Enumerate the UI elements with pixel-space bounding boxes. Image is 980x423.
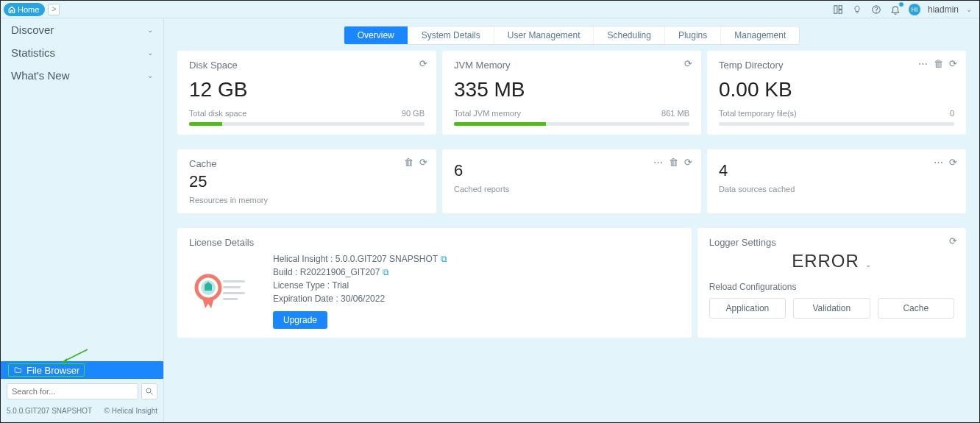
card-cache: Cache 🗑 ⟳ 25 Resources in memory <box>177 149 436 213</box>
license-info: Helical Insight : 5.0.0.GIT207 SNAPSHOT⧉… <box>273 252 447 329</box>
chevron-down-icon: ⌄ <box>865 260 872 269</box>
license-product-line: Helical Insight : 5.0.0.GIT207 SNAPSHOT <box>273 254 438 264</box>
card-sub-right: 0 <box>950 109 954 118</box>
card-title: License Details <box>189 237 680 248</box>
card-sub-right: 861 MB <box>661 109 689 118</box>
card-title: JVM Memory <box>454 60 689 71</box>
sidebar-item-statistics[interactable]: Statistics ⌄ <box>1 41 163 64</box>
card-value: 25 <box>189 172 425 191</box>
card-logger-settings: Logger Settings ⟳ ERROR ⌄ Reload Configu… <box>697 228 966 338</box>
version-label: 5.0.0.GIT207 SNAPSHOT <box>7 407 92 415</box>
main: Overview System Details User Management … <box>164 18 979 422</box>
svg-rect-2 <box>839 10 842 13</box>
card-sub-right: 90 GB <box>402 109 425 118</box>
svg-point-4 <box>876 12 877 13</box>
search-button[interactable] <box>141 383 157 399</box>
tab-overview[interactable]: Overview <box>344 26 408 44</box>
refresh-icon[interactable]: ⟳ <box>684 58 692 69</box>
more-icon[interactable]: ⋯ <box>918 58 928 69</box>
breadcrumb: Home > <box>1 1 60 18</box>
user-menu[interactable]: hiadmin <box>928 4 959 15</box>
temp-progress <box>719 122 954 126</box>
svg-rect-0 <box>834 5 837 13</box>
tab-system-details[interactable]: System Details <box>408 26 494 44</box>
delete-icon[interactable]: 🗑 <box>934 58 943 69</box>
tab-management[interactable]: Management <box>721 26 799 44</box>
tab-plugins[interactable]: Plugins <box>665 26 721 44</box>
help-icon[interactable] <box>870 4 882 15</box>
card-disk-space: Disk Space ⟳ 12 GB Total disk space 90 G… <box>177 51 436 135</box>
more-icon[interactable]: ⋯ <box>934 157 943 168</box>
delete-icon[interactable]: 🗑 <box>669 157 678 168</box>
license-expiration-line: Expiration Date : 30/06/2022 <box>273 292 447 305</box>
upgrade-button[interactable]: Upgrade <box>273 311 327 329</box>
card-sub: Cached reports <box>454 185 689 193</box>
svg-point-7 <box>146 388 151 393</box>
disk-progress <box>189 122 425 126</box>
tab-scheduling[interactable]: Scheduling <box>594 26 664 44</box>
card-title: Cache <box>189 158 425 169</box>
svg-rect-13 <box>223 292 245 294</box>
refresh-icon[interactable]: ⟳ <box>949 58 957 69</box>
card-data-sources: ⋯ ⟳ 4 Data sources cached <box>707 149 966 213</box>
svg-line-8 <box>151 393 153 395</box>
folder-icon <box>13 366 22 374</box>
avatar[interactable]: HI <box>909 4 920 15</box>
chevron-down-icon: ⌄ <box>966 5 972 13</box>
card-sub-left: Total disk space <box>189 109 246 118</box>
card-temp-directory: Temp Directory ⋯ 🗑 ⟳ 0.00 KB Total tempo… <box>707 51 966 135</box>
notifications-icon[interactable] <box>890 4 901 15</box>
copy-icon[interactable]: ⧉ <box>441 254 447 264</box>
sidebar-footer: 5.0.0.GIT207 SNAPSHOT © Helical Insight <box>1 404 163 422</box>
lightbulb-icon[interactable] <box>851 4 863 15</box>
card-jvm-memory: JVM Memory ⟳ 335 MB Total JVM memory 861… <box>442 51 701 135</box>
layout-icon[interactable] <box>832 4 844 15</box>
card-value: 12 GB <box>189 78 425 102</box>
refresh-icon[interactable]: ⟳ <box>419 157 427 168</box>
sidebar-item-label: What's New <box>11 69 70 82</box>
breadcrumb-home-label: Home <box>18 5 39 14</box>
sidebar-item-whatsnew[interactable]: What's New ⌄ <box>1 64 163 87</box>
card-title: Disk Space <box>189 60 425 71</box>
sidebar-file-browser[interactable]: File Browser <box>1 361 163 379</box>
reload-validation-button[interactable]: Validation <box>793 298 870 319</box>
product-label: Helical Insight <box>112 407 157 415</box>
search-input[interactable] <box>7 383 138 399</box>
svg-rect-11 <box>223 280 245 282</box>
svg-rect-14 <box>223 298 238 300</box>
copy-icon[interactable]: ⧉ <box>383 267 389 277</box>
search-icon <box>145 387 154 396</box>
refresh-icon[interactable]: ⟳ <box>949 235 957 246</box>
tabs-wrap: Overview System Details User Management … <box>164 18 979 51</box>
card-title: Logger Settings <box>709 237 954 248</box>
home-icon <box>8 6 15 13</box>
file-browser-label: File Browser <box>26 365 79 376</box>
breadcrumb-next[interactable]: > <box>48 4 60 15</box>
delete-icon[interactable]: 🗑 <box>404 157 413 168</box>
sidebar-item-discover[interactable]: Discover ⌄ <box>1 18 163 41</box>
license-build-line: Build : R20221906_GIT207 <box>273 267 380 277</box>
card-value: 0.00 KB <box>719 78 954 102</box>
tab-user-management[interactable]: User Management <box>494 26 594 44</box>
chevron-down-icon: ⌄ <box>147 49 153 57</box>
reload-cache-button[interactable]: Cache <box>878 298 954 319</box>
refresh-icon[interactable]: ⟳ <box>949 157 957 168</box>
card-value: 335 MB <box>454 78 689 102</box>
notifications-badge <box>898 1 904 7</box>
more-icon[interactable]: ⋯ <box>653 157 663 168</box>
top-icons: HI hiadmin ⌄ <box>832 4 979 15</box>
card-license-details: License Details <box>177 228 692 338</box>
license-type-line: License Type : Trial <box>273 279 447 292</box>
topbar: Home > HI hiadmin ⌄ <box>1 1 979 18</box>
logger-level[interactable]: ERROR ⌄ <box>709 251 954 271</box>
sidebar-item-label: Statistics <box>11 46 55 59</box>
refresh-icon[interactable]: ⟳ <box>419 58 427 69</box>
reload-application-button[interactable]: Application <box>709 298 786 319</box>
chevron-down-icon: ⌄ <box>147 26 153 34</box>
sidebar: Discover ⌄ Statistics ⌄ What's New ⌄ Fil… <box>1 18 164 422</box>
sidebar-item-label: Discover <box>11 24 54 36</box>
card-sub: Data sources cached <box>719 185 954 193</box>
breadcrumb-home[interactable]: Home <box>4 3 45 16</box>
refresh-icon[interactable]: ⟳ <box>684 157 692 168</box>
card-sub-left: Total JVM memory <box>454 109 521 118</box>
